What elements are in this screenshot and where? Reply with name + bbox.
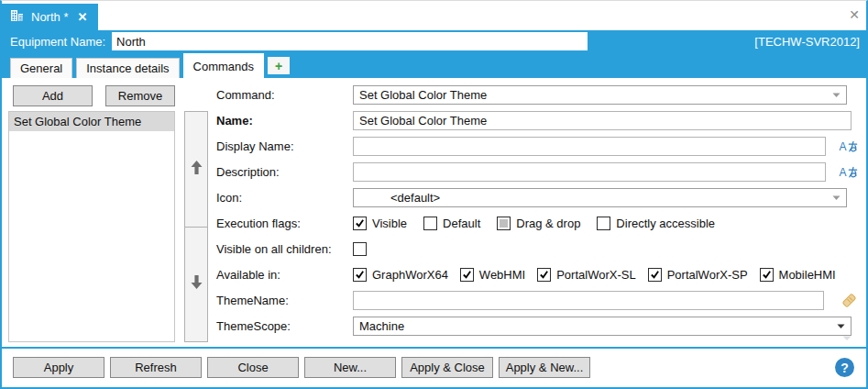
document-tab-bar: North * ✕ ✕ (2, 1, 866, 30)
tab-instance-details[interactable]: Instance details (76, 58, 179, 78)
arrow-down-icon (191, 275, 203, 293)
command-form: Command: Set Global Color Theme Name: (216, 85, 861, 342)
chevron-down-icon (832, 195, 841, 201)
list-item[interactable]: Set Global Color Theme (9, 112, 174, 131)
equipment-name-bar: Equipment Name: [TECHW-SVR2012] (2, 30, 866, 52)
equipment-name-label: Equipment Name: (10, 35, 105, 49)
remove-command-button[interactable]: Remove (105, 85, 175, 106)
theme-scope-value: Machine (359, 319, 404, 333)
scroll-down-icon[interactable] (842, 328, 852, 345)
document-tab-north[interactable]: North * ✕ (2, 4, 98, 30)
checkbox-checked-icon (537, 268, 551, 282)
checkbox-portalworx-sp[interactable]: PortalWorX-SP (648, 268, 748, 282)
server-host-badge: [TECHW-SVR2012] (754, 35, 860, 49)
apply-and-close-button[interactable]: Apply & Close (401, 357, 493, 378)
display-name-label: Display Name: (216, 139, 353, 153)
move-down-button[interactable] (185, 228, 207, 342)
move-up-button[interactable] (185, 112, 207, 228)
tab-strip: General Instance details Commands + (2, 52, 866, 78)
checkbox-checked-icon (353, 217, 367, 230)
footer-bar: Apply Refresh Close New... Apply & Close… (2, 347, 866, 386)
tab-close-icon[interactable]: ✕ (77, 10, 87, 24)
checkbox-portalworx-sl[interactable]: PortalWorX-SL (537, 268, 635, 282)
theme-scope-label: ThemeScope: (216, 319, 353, 333)
arrow-up-icon (191, 161, 203, 178)
available-in-label: Available in: (216, 268, 353, 282)
new-button[interactable]: New... (304, 357, 396, 378)
tab-general[interactable]: General (10, 58, 72, 78)
description-label: Description: (216, 165, 353, 179)
checkbox-indeterminate-icon (497, 217, 511, 230)
checkbox-directly-accessible[interactable]: Directly accessible (597, 217, 715, 230)
tag-icon[interactable] (837, 293, 861, 308)
window-close-icon[interactable]: ✕ (849, 8, 860, 21)
icon-dropdown[interactable]: <default> (353, 188, 847, 207)
checkbox-checked-icon (353, 268, 367, 282)
name-label: Name: (216, 114, 353, 128)
apply-button[interactable]: Apply (13, 357, 104, 378)
add-tab-button[interactable]: + (268, 57, 290, 74)
command-list: Set Global Color Theme (8, 111, 175, 342)
checkbox-graphworx64[interactable]: GraphWorX64 (353, 268, 448, 282)
checkbox-unchecked-icon (597, 217, 610, 230)
command-dropdown-value: Set Global Color Theme (359, 88, 487, 102)
tab-commands[interactable]: Commands (183, 53, 264, 78)
checkbox-checked-icon (648, 268, 662, 282)
document-tab-title: North * (31, 10, 68, 24)
refresh-button[interactable]: Refresh (110, 357, 202, 378)
theme-scope-dropdown[interactable]: Machine (353, 317, 852, 336)
reorder-controls (184, 111, 208, 342)
name-input[interactable] (353, 111, 852, 130)
icon-dropdown-value: <default> (390, 191, 440, 205)
close-button[interactable]: Close (207, 357, 299, 378)
description-input[interactable] (353, 162, 826, 182)
checkbox-webhmi[interactable]: WebHMI (460, 268, 525, 282)
localization-icon[interactable]: A (837, 166, 861, 179)
theme-name-input[interactable] (353, 291, 824, 310)
equipment-name-input[interactable] (112, 32, 588, 50)
display-name-input[interactable] (353, 137, 826, 156)
checkbox-unchecked-icon (353, 242, 367, 256)
checkbox-visible-on-all-children[interactable] (353, 242, 367, 256)
help-icon[interactable]: ? (835, 358, 854, 377)
checkbox-visible[interactable]: Visible (353, 217, 407, 230)
checkbox-unchecked-icon (423, 217, 437, 230)
checkbox-checked-icon (460, 268, 474, 282)
apply-and-new-button[interactable]: Apply & New... (499, 357, 590, 378)
checkbox-mobilehmi[interactable]: MobileHMI (760, 268, 836, 282)
equipment-building-icon (10, 8, 25, 26)
equipment-editor-window: North * ✕ ✕ Equipment Name: [TECHW-SVR20… (0, 0, 868, 389)
add-command-button[interactable]: Add (13, 85, 93, 106)
localization-icon[interactable]: A (837, 140, 861, 153)
chevron-down-icon (832, 93, 841, 98)
command-label: Command: (216, 88, 353, 102)
checkbox-drag-and-drop[interactable]: Drag & drop (497, 217, 580, 230)
execution-flags-label: Execution flags: (216, 217, 353, 230)
checkbox-default[interactable]: Default (423, 217, 480, 230)
theme-name-label: ThemeName: (216, 294, 353, 307)
icon-label: Icon: (216, 191, 353, 205)
plus-icon: + (275, 59, 282, 73)
visible-all-children-label: Visible on all children: (216, 242, 353, 256)
checkbox-checked-icon (760, 268, 774, 282)
commands-panel: Add Remove Set Global Color Theme Comman… (2, 78, 866, 347)
command-dropdown[interactable]: Set Global Color Theme (353, 85, 847, 105)
